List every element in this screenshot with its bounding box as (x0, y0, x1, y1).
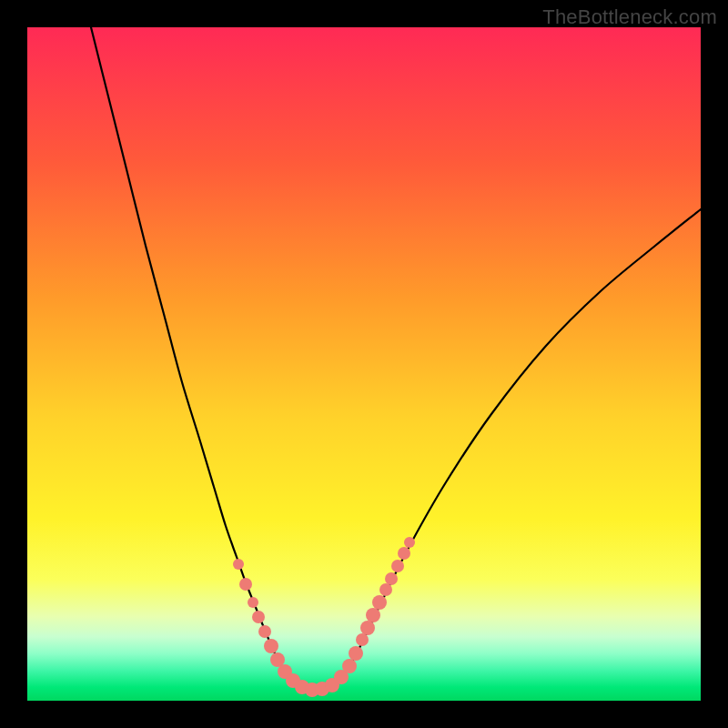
scatter-dot (385, 572, 398, 585)
outer-frame: TheBottleneck.com (0, 0, 728, 728)
scatter-dot (252, 611, 265, 623)
scatter-dot (391, 560, 404, 572)
scatter-dot (233, 559, 244, 570)
scatter-dot (372, 595, 387, 610)
scatter-dot (264, 639, 278, 653)
scatter-dot (239, 578, 252, 591)
scatter-dot (342, 659, 357, 673)
scatter-dot (379, 583, 392, 596)
scatter-dot (258, 625, 271, 638)
scatter-dot (356, 633, 369, 646)
bottleneck-curve (91, 27, 701, 690)
scatter-dot (248, 597, 258, 608)
scatter-dot (404, 537, 415, 548)
chart-svg (27, 27, 701, 701)
scatter-dot (360, 621, 375, 635)
scatter-dot (349, 646, 363, 661)
watermark-text: TheBottleneck.com (542, 5, 717, 29)
scatter-dots (233, 537, 415, 697)
scatter-dot (366, 608, 380, 622)
plot-area (27, 27, 701, 701)
scatter-dot (398, 547, 410, 560)
